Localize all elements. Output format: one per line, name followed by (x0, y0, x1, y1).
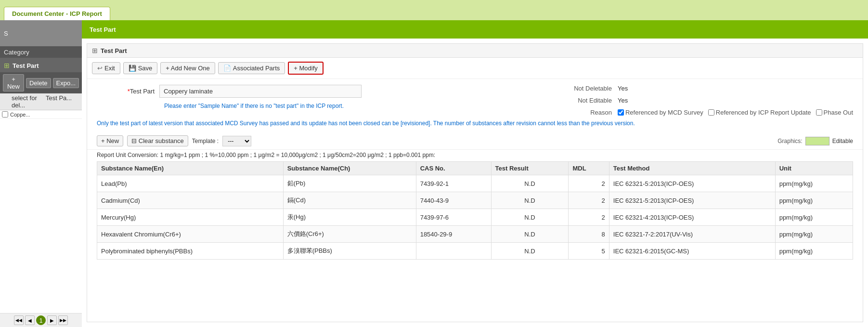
cell-name-en: Mercury(Hg) (97, 209, 284, 226)
tab-label: Document Center - ICP Report (12, 10, 102, 17)
sidebar-toolbar: + New Delete Expo... (0, 72, 82, 93)
sidebar-test-part-section: ⊞ Test Part (0, 59, 82, 72)
sidebar-table-header: select for del... Test Pa... (0, 93, 82, 110)
test-part-label: *Test Part (97, 88, 159, 95)
first-page-button[interactable]: ◀◀ (14, 315, 24, 325)
main-panel: ⊞ Test Part ↩ Exit 💾 Save + Add New One … (87, 43, 863, 322)
not-deletable-row: Not Deletable Yes (564, 85, 853, 92)
content-title: Test Part (90, 26, 116, 33)
cell-test-result: N.D (491, 175, 569, 192)
cell-name-ch: 汞(Hg) (283, 209, 416, 226)
cell-mdl: 5 (569, 243, 609, 260)
reason-mcd-checkbox[interactable] (618, 109, 624, 116)
table-row: Cadmium(Cd) 鎘(Cd) 7440-43-9 N.D 2 IEC 62… (97, 192, 853, 209)
current-page-indicator: 1 (36, 315, 46, 325)
content-header: Test Part (82, 20, 868, 39)
cell-unit: ppm(mg/kg) (775, 175, 853, 192)
sidebar-table-row: Coppe... (0, 110, 82, 119)
cell-test-result: N.D (491, 243, 569, 260)
clear-substance-button[interactable]: ⊟ Clear substance (127, 135, 188, 146)
cell-unit: ppm(mg/kg) (775, 243, 853, 260)
cell-name-ch: 鉛(Pb) (283, 175, 416, 192)
reason-icp-checkbox[interactable] (708, 109, 714, 116)
cell-cas: 7440-43-9 (416, 192, 491, 209)
sidebar-top: S (0, 20, 82, 47)
associated-parts-button[interactable]: 📄 Associated Parts (218, 62, 285, 74)
col-cas: CAS No. (416, 162, 491, 175)
prev-page-button[interactable]: ◀ (25, 315, 35, 325)
sidebar-table-area: select for del... Test Pa... Coppe... (0, 93, 82, 313)
sidebar-test-part-label: Test Part (13, 62, 39, 69)
not-editable-row: Not Editable Yes (564, 97, 853, 104)
cell-cas (416, 243, 491, 260)
cell-mdl: 2 (569, 175, 609, 192)
cell-test-result: N.D (491, 192, 569, 209)
panel-toolbar: ↩ Exit 💾 Save + Add New One 📄 Associated… (87, 58, 863, 79)
substance-table: Substance Name(En) Substance Name(Ch) CA… (97, 161, 853, 260)
graphics-area: Graphics: Editable (777, 137, 853, 145)
sidebar-new-button[interactable]: + New (3, 74, 24, 92)
table-row: Hexavalent Chromium(Cr6+) 六價鉻(Cr6+) 1854… (97, 226, 853, 243)
reason-icp-label: Referenced by ICP Report Update (716, 109, 811, 116)
sidebar: S Category ⊞ Test Part + New Delete Expo… (0, 20, 82, 327)
cell-name-en: Lead(Pb) (97, 175, 284, 192)
last-page-button[interactable]: ▶▶ (58, 315, 68, 325)
cell-name-ch: 多溴聯苯(PBBs) (283, 243, 416, 260)
add-new-one-button[interactable]: + Add New One (160, 62, 215, 74)
cell-name-en: Cadmium(Cd) (97, 192, 284, 209)
cell-unit: ppm(mg/kg) (775, 226, 853, 243)
panel-title-bar: ⊞ Test Part (87, 44, 863, 58)
col-test-method: Test Method (609, 162, 775, 175)
reason-label: Reason (564, 109, 612, 116)
cell-test-method: IEC 62321-4:2013(ICP-OES) (609, 209, 775, 226)
cell-name-ch: 鎘(Cd) (283, 192, 416, 209)
cell-unit: ppm(mg/kg) (775, 192, 853, 209)
form-left-col: *Test Part Please enter "Sample Name" if… (97, 85, 554, 116)
cell-mdl: 2 (569, 209, 609, 226)
template-select[interactable]: --- (222, 136, 251, 146)
test-part-row: *Test Part (97, 85, 554, 98)
pagination: ◀◀ ◀ 1 ▶ ▶▶ (0, 313, 82, 327)
document-center-tab[interactable]: Document Center - ICP Report (4, 7, 110, 20)
cell-test-method: IEC 62321-6:2015(GC-MS) (609, 243, 775, 260)
col-test-result: Test Result (491, 162, 569, 175)
test-part-hint: Please enter "Sample Name" if there is n… (164, 103, 554, 109)
panel-title-icon: ⊞ (92, 47, 98, 54)
sidebar-export-button[interactable]: Expo... (53, 78, 79, 88)
cell-name-ch: 六價鉻(Cr6+) (283, 226, 416, 243)
sidebar-row-checkbox[interactable] (2, 111, 8, 118)
reason-icp-item: Referenced by ICP Report Update (708, 109, 811, 116)
cell-test-result: N.D (491, 226, 569, 243)
cell-mdl: 2 (569, 192, 609, 209)
test-part-icon: ⊞ (4, 62, 10, 69)
modify-button[interactable]: + Modify (288, 62, 324, 75)
cell-name-en: Polybrominated biphenyls(PBBs) (97, 243, 284, 260)
cell-cas: 7439-97-6 (416, 209, 491, 226)
cell-unit: ppm(mg/kg) (775, 209, 853, 226)
substance-new-button[interactable]: + New (97, 135, 123, 146)
reason-phaseout-checkbox[interactable] (816, 109, 822, 116)
exit-button[interactable]: ↩ Exit (92, 62, 120, 74)
form-right-col: Not Deletable Yes Not Editable Yes Reaso… (554, 85, 853, 116)
not-deletable-label: Not Deletable (564, 85, 612, 92)
table-row: Polybrominated biphenyls(PBBs) 多溴聯苯(PBBs… (97, 243, 853, 260)
graphics-box (805, 137, 829, 145)
cell-name-en: Hexavalent Chromium(Cr6+) (97, 226, 284, 243)
editable-label: Editable (832, 138, 853, 144)
cell-test-method: IEC 62321-5:2013(ICP-OES) (609, 175, 775, 192)
table-row: Lead(Pb) 鉛(Pb) 7439-92-1 N.D 2 IEC 62321… (97, 175, 853, 192)
sidebar-category-label: Category (0, 47, 82, 58)
table-header-row: Substance Name(En) Substance Name(Ch) CA… (97, 162, 853, 175)
conversion-text: Report Unit Conversion: 1 mg/kg=1 ppm ; … (87, 150, 863, 161)
notice-text: Only the test part of latest version tha… (87, 116, 863, 132)
col-mdl: MDL (569, 162, 609, 175)
test-part-input[interactable] (159, 85, 362, 98)
save-button[interactable]: 💾 Save (123, 62, 158, 74)
table-container: Substance Name(En) Substance Name(Ch) CA… (87, 161, 863, 269)
cell-cas: 18540-29-9 (416, 226, 491, 243)
reason-checkboxes: Referenced by MCD Survey Referenced by I… (618, 109, 853, 116)
sidebar-delete-button[interactable]: Delete (26, 78, 51, 88)
cell-test-method: IEC 62321-5:2013(ICP-OES) (609, 192, 775, 209)
next-page-button[interactable]: ▶ (47, 315, 57, 325)
reason-mcd-item: Referenced by MCD Survey (618, 109, 703, 116)
